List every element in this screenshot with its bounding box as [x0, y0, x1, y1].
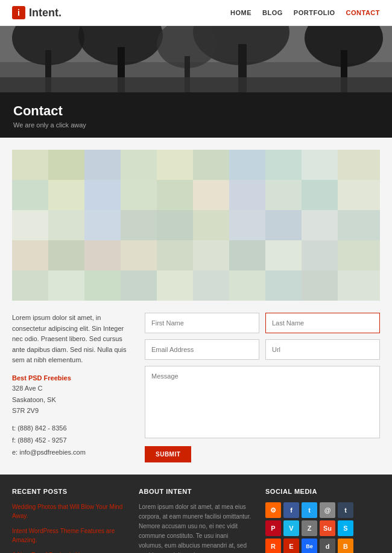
contact-title: Contact	[13, 103, 379, 119]
extra-icon[interactable]: E	[283, 539, 299, 553]
social-grid: ⚙ f t @ t P V Z Su S R E Be d B e in g+	[265, 502, 380, 553]
map-area	[12, 150, 380, 301]
reddit-icon[interactable]: R	[265, 539, 281, 553]
business-name: Best PSD Freebies	[12, 374, 133, 382]
phone: t: (888) 842 - 8356	[12, 423, 133, 435]
recent-posts-heading: RECENT POSTS	[12, 488, 127, 495]
main-content: Lorem ipsum dolor sit amet, in consectet…	[0, 138, 392, 475]
tumblr-icon[interactable]: t	[338, 502, 353, 518]
form-row-contact	[145, 339, 380, 360]
first-name-input[interactable]	[145, 313, 259, 333]
pinterest-icon[interactable]: P	[265, 520, 281, 536]
map-svg	[12, 150, 380, 301]
form-row-name	[145, 313, 380, 333]
address: 328 Ave C Saskatoon, SK S7R 2V9	[12, 383, 133, 417]
vimeo-icon[interactable]: V	[283, 520, 299, 536]
contact-bar: Contact We are only a click away	[0, 92, 392, 138]
contact-subtitle: We are only a click away	[13, 121, 379, 129]
skype-icon[interactable]: S	[338, 520, 353, 536]
email: e: info@psdfreebies.com	[12, 447, 133, 459]
facebook-icon[interactable]: f	[283, 502, 299, 518]
nav-blog[interactable]: BLOG	[262, 9, 283, 16]
lorem-text: Lorem ipsum dolor sit amet, in consectet…	[12, 313, 133, 366]
contact-form: SUBMIT	[145, 313, 380, 462]
submit-button[interactable]: SUBMIT	[145, 446, 191, 462]
footer-recent-posts: RECENT POSTS Wedding Photos that Will Bl…	[12, 488, 127, 553]
hero-image	[0, 26, 392, 92]
behance-icon[interactable]: Be	[302, 539, 317, 553]
twitter-icon[interactable]: t	[302, 502, 317, 518]
footer-social: SOCIAL MEDIA ⚙ f t @ t P V Z Su S R E Be…	[265, 488, 380, 553]
rss-icon[interactable]: ⚙	[265, 502, 281, 518]
contact-info: t: (888) 842 - 8356 f: (888) 452 - 9257 …	[12, 423, 133, 458]
social-heading: SOCIAL MEDIA	[265, 488, 380, 495]
footer-about: ABOUT INTENT Lorem ipsum dolor sit amet,…	[139, 488, 253, 553]
nav-portfolio[interactable]: PORTFOLIO	[294, 9, 335, 16]
stumble-icon[interactable]: Su	[320, 520, 335, 536]
email-input[interactable]	[145, 339, 259, 360]
nav-home[interactable]: HOME	[230, 9, 251, 16]
mail-icon[interactable]: @	[320, 502, 335, 518]
recent-post-1[interactable]: Wedding Photos that Will Blow Your Mind …	[12, 502, 127, 520]
nav: HOME BLOG PORTFOLIO CONTACT	[230, 9, 380, 16]
logo-icon: i	[12, 6, 25, 19]
svg-rect-65	[12, 150, 380, 301]
blogger-icon[interactable]: B	[338, 539, 353, 553]
svg-rect-13	[0, 77, 392, 92]
about-text1: Lorem ipsum dolor sit amet, at mea eius …	[139, 502, 253, 553]
message-textarea[interactable]	[145, 366, 380, 438]
content-grid: Lorem ipsum dolor sit amet, in consectet…	[12, 313, 380, 462]
zootool-icon[interactable]: Z	[302, 520, 317, 536]
about-heading: ABOUT INTENT	[139, 488, 253, 495]
logo-text: Intent.	[29, 7, 62, 19]
digg-icon[interactable]: d	[320, 539, 335, 553]
logo: i Intent.	[12, 6, 62, 19]
left-column: Lorem ipsum dolor sit amet, in consectet…	[12, 313, 133, 462]
recent-post-2[interactable]: Intent WordPress Theme Features are Amaz…	[12, 526, 127, 545]
last-name-input[interactable]	[265, 313, 380, 333]
fax: f: (888) 452 - 9257	[12, 435, 133, 447]
nav-contact[interactable]: CONTACT	[346, 9, 380, 16]
header: i Intent. HOME BLOG PORTFOLIO CONTACT	[0, 0, 392, 26]
hero-svg	[0, 26, 392, 92]
footer: RECENT POSTS Wedding Photos that Will Bl…	[0, 475, 392, 553]
url-input[interactable]	[265, 339, 380, 360]
recent-post-3[interactable]: A New Era of Design is Here	[12, 551, 127, 553]
